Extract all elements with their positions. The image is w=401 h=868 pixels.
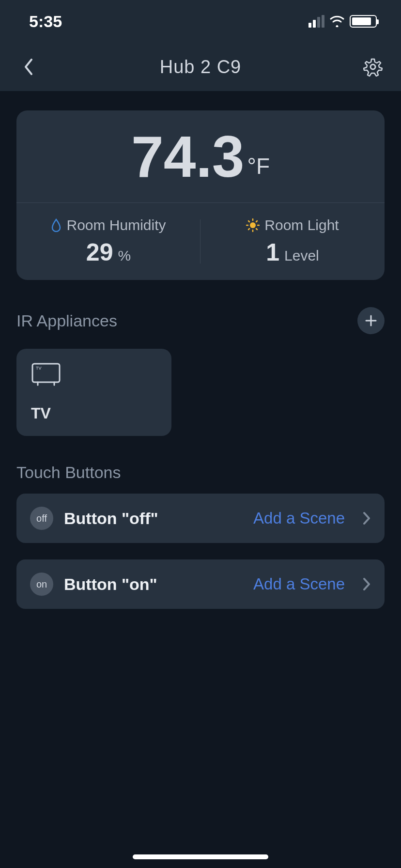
status-indicators: [308, 15, 377, 28]
touch-off-label: Button "off": [64, 509, 243, 528]
light-value: 1: [266, 238, 279, 266]
battery-icon: [350, 15, 377, 28]
plus-icon: [365, 314, 377, 327]
page-title: Hub 2 C9: [160, 57, 242, 78]
ir-section-header: IR Appliances: [16, 307, 385, 334]
off-badge: off: [30, 507, 53, 530]
svg-line-8: [248, 229, 249, 230]
light-cell: Room Light 1 Level: [200, 203, 385, 280]
light-unit: Level: [284, 248, 319, 264]
sensor-card[interactable]: 74.3 °F Room Humidity 29 %: [16, 110, 385, 280]
appliance-tv-label: TV: [31, 404, 157, 422]
humidity-cell: Room Humidity 29 %: [16, 203, 200, 280]
touch-button-off-row[interactable]: off Button "off" Add a Scene: [16, 494, 385, 543]
cellular-signal-icon: [308, 15, 324, 28]
touch-on-label: Button "on": [64, 575, 243, 594]
temperature-value: 74.3: [131, 127, 245, 186]
gear-icon: [363, 57, 383, 77]
temperature-display: 74.3 °F: [16, 110, 385, 202]
status-bar: 5:35: [0, 0, 401, 43]
svg-point-0: [370, 64, 375, 69]
back-button[interactable]: [16, 55, 40, 78]
touch-button-on-row[interactable]: on Button "on" Add a Scene: [16, 559, 385, 609]
tv-icon: TV: [31, 362, 61, 387]
touch-off-action[interactable]: Add a Scene: [253, 509, 345, 527]
temperature-unit: °F: [247, 153, 270, 179]
svg-line-9: [256, 221, 257, 222]
nav-header: Hub 2 C9: [0, 43, 401, 91]
home-indicator[interactable]: [133, 854, 268, 859]
chevron-right-icon: [362, 577, 371, 591]
humidity-unit: %: [118, 248, 131, 264]
on-badge: on: [30, 573, 53, 596]
settings-button[interactable]: [361, 55, 385, 78]
droplet-icon: [51, 218, 62, 232]
add-appliance-button[interactable]: [357, 307, 385, 334]
status-time: 5:35: [29, 12, 62, 31]
touch-section-header: Touch Buttons: [16, 463, 385, 482]
touch-section-title: Touch Buttons: [16, 463, 121, 482]
touch-on-action[interactable]: Add a Scene: [253, 575, 345, 593]
humidity-label: Room Humidity: [66, 217, 166, 233]
wifi-icon: [329, 16, 345, 27]
chevron-right-icon: [362, 511, 371, 526]
ir-section-title: IR Appliances: [16, 311, 117, 330]
light-label: Room Light: [264, 217, 339, 233]
appliance-tv-card[interactable]: TV TV: [16, 349, 171, 436]
svg-point-1: [250, 222, 256, 228]
svg-line-7: [256, 229, 257, 230]
svg-text:TV: TV: [36, 366, 42, 371]
svg-line-6: [248, 221, 249, 222]
sun-icon: [246, 218, 260, 232]
chevron-left-icon: [23, 58, 33, 76]
humidity-value: 29: [86, 238, 113, 266]
